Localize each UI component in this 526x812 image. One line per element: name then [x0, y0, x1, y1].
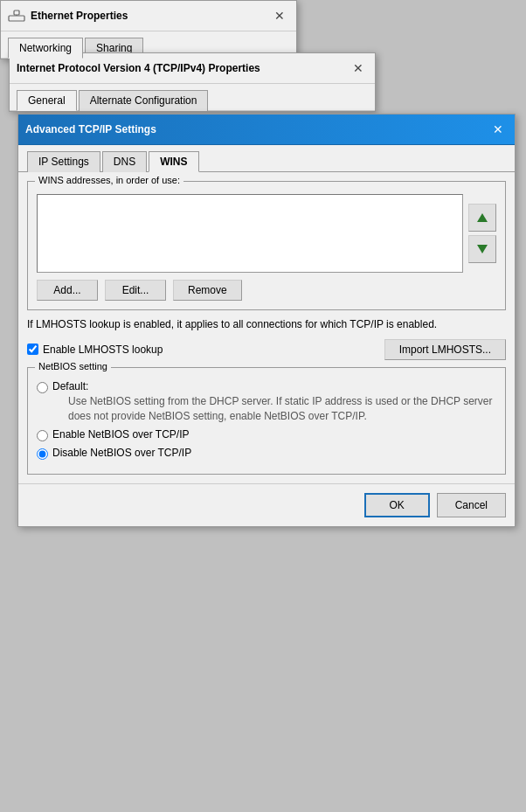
ethernet-properties-window: Ethernet Properties ✕ Networking Sharing	[0, 0, 297, 59]
enable-lmhosts-label: Enable LMHOSTS lookup	[43, 344, 163, 356]
tab-wins[interactable]: WINS	[149, 151, 198, 172]
tab-networking[interactable]: Networking	[8, 38, 83, 59]
advanced-title-left: Advanced TCP/IP Settings	[25, 123, 156, 135]
wins-edit-button[interactable]: Edit...	[105, 280, 166, 301]
ethernet-title-text: Ethernet Properties	[31, 10, 128, 22]
svg-rect-0	[9, 16, 24, 21]
wins-add-button[interactable]: Add...	[37, 280, 98, 301]
wins-action-buttons: Add... Edit... Remove	[37, 280, 496, 301]
wins-down-button[interactable]	[468, 235, 496, 263]
ethernet-titlebar: Ethernet Properties ✕	[1, 1, 296, 31]
wins-listbox[interactable]	[37, 194, 463, 273]
netbios-legend: NetBIOS setting	[35, 361, 111, 371]
enable-lmhosts-checkbox[interactable]	[27, 344, 38, 355]
netbios-disable-radio[interactable]	[37, 448, 48, 460]
lmhosts-row: Enable LMHOSTS lookup Import LMHOSTS...	[27, 339, 506, 360]
netbios-default-option: Default: Use NetBIOS setting from the DH…	[37, 380, 496, 424]
tab-ip-settings[interactable]: IP Settings	[27, 151, 100, 172]
cancel-button[interactable]: Cancel	[437, 493, 506, 517]
ethernet-close-button[interactable]: ✕	[270, 6, 289, 25]
ok-button[interactable]: OK	[364, 493, 430, 517]
svg-marker-4	[477, 245, 488, 253]
lmhosts-checkbox-left: Enable LMHOSTS lookup	[27, 344, 163, 356]
netbios-enable-radio[interactable]	[37, 430, 48, 441]
lmhosts-info-text: If LMHOSTS lookup is enabled, it applies…	[27, 317, 506, 332]
wins-list-area	[37, 194, 496, 273]
tab-dns[interactable]: DNS	[102, 151, 147, 172]
netbios-enable-label: Enable NetBIOS over TCP/IP	[52, 428, 190, 441]
tcpipv4-title-text: Internet Protocol Version 4 (TCP/IPv4) P…	[17, 62, 260, 74]
tcpipv4-properties-window: Internet Protocol Version 4 (TCP/IPv4) P…	[9, 52, 376, 112]
tcpipv4-tab-bar: General Alternate Configuration	[10, 84, 375, 111]
netbios-enable-option: Enable NetBIOS over TCP/IP	[37, 428, 496, 441]
tab-general[interactable]: General	[17, 90, 77, 111]
up-arrow-icon	[475, 211, 489, 225]
down-arrow-icon	[475, 242, 489, 256]
netbios-default-desc: Use NetBIOS setting from the DHCP server…	[68, 394, 496, 424]
netbios-section: NetBIOS setting Default: Use NetBIOS set…	[27, 367, 506, 475]
advanced-tab-bar: IP Settings DNS WINS	[18, 145, 515, 172]
advanced-tcpip-window: Advanced TCP/IP Settings ✕ IP Settings D…	[17, 114, 516, 527]
advanced-titlebar: Advanced TCP/IP Settings ✕	[18, 115, 515, 145]
import-lmhosts-button[interactable]: Import LMHOSTS...	[384, 339, 506, 360]
netbios-disable-label: Disable NetBIOS over TCP/IP	[52, 447, 191, 459]
tcpipv4-title-left: Internet Protocol Version 4 (TCP/IPv4) P…	[17, 62, 260, 74]
advanced-close-button[interactable]: ✕	[488, 120, 508, 139]
network-icon	[8, 9, 25, 23]
svg-marker-3	[477, 213, 488, 222]
wins-addresses-section: WINS addresses, in order of use:	[27, 181, 506, 310]
tcpipv4-close-button[interactable]: ✕	[349, 59, 368, 78]
netbios-disable-option: Disable NetBIOS over TCP/IP	[37, 447, 496, 460]
netbios-default-radio[interactable]	[37, 382, 48, 393]
wins-up-button[interactable]	[468, 204, 496, 232]
wins-section-legend: WINS addresses, in order of use:	[35, 175, 183, 185]
tab-alternate-configuration[interactable]: Alternate Configuration	[79, 90, 209, 111]
dialog-buttons: OK Cancel	[18, 483, 515, 526]
wins-remove-button[interactable]: Remove	[173, 280, 242, 301]
ethernet-title-left: Ethernet Properties	[8, 9, 128, 23]
wins-arrow-buttons	[468, 194, 496, 273]
netbios-default-label: Default:	[52, 380, 88, 392]
netbios-default-label-group: Default: Use NetBIOS setting from the DH…	[52, 380, 496, 424]
advanced-content: WINS addresses, in order of use:	[18, 172, 515, 483]
svg-rect-1	[14, 10, 19, 15]
advanced-title-text: Advanced TCP/IP Settings	[25, 123, 156, 135]
